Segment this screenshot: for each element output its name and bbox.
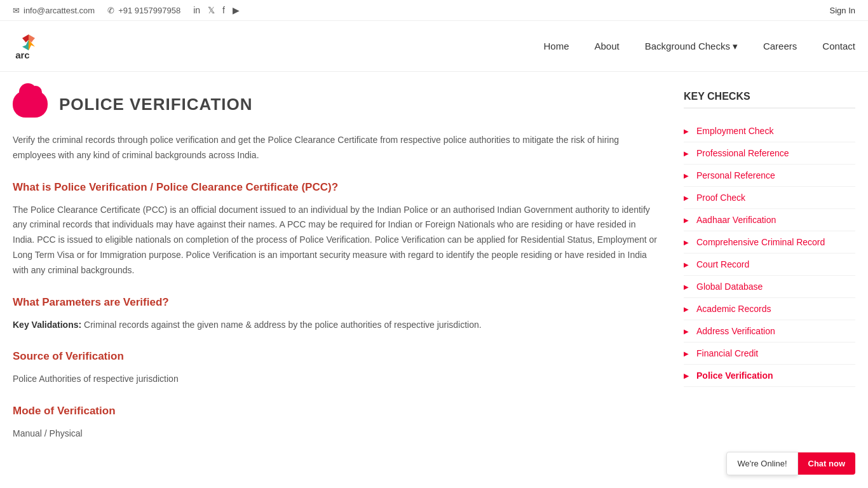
topbar-email: ✉ info@arcattest.com	[13, 6, 95, 15]
chevron-right-icon: ▶	[684, 350, 689, 357]
sidebar-item-label: Aadhaar Verification	[696, 215, 776, 225]
nav-background-checks[interactable]: Background Checks ▾	[645, 41, 738, 52]
cloud-icon	[13, 91, 48, 118]
twitter-icon[interactable]: 𝕏	[208, 5, 215, 15]
nav-about[interactable]: About	[594, 41, 619, 51]
chevron-right-icon: ▶	[684, 283, 689, 290]
sidebar-item[interactable]: ▶Professional Reference	[684, 142, 855, 165]
chevron-right-icon: ▶	[684, 150, 689, 157]
sidebar-item[interactable]: ▶Personal Reference	[684, 165, 855, 187]
sidebar-item-label: Proof Check	[696, 193, 745, 203]
sidebar: KEY CHECKS ▶Employment Check▶Professiona…	[684, 91, 855, 459]
sidebar-item-label: Court Record	[696, 259, 749, 269]
sidebar-item[interactable]: ▶Global Database	[684, 276, 855, 298]
sidebar-item[interactable]: ▶Academic Records	[684, 298, 855, 320]
topbar-left: ✉ info@arcattest.com ✆ +91 9157997958 in…	[13, 5, 240, 15]
chevron-right-icon: ▶	[684, 261, 689, 268]
section1-heading: What is Police Verification / Police Cle…	[13, 181, 658, 194]
intro-text: Verify the criminal records through poli…	[13, 133, 658, 163]
email-icon: ✉	[13, 6, 20, 15]
key-validations-text: Criminal records against the given name …	[84, 320, 482, 330]
section1-body: The Police Clearance Certificate (PCC) i…	[13, 203, 658, 278]
sidebar-item-label: Professional Reference	[696, 148, 789, 158]
topbar-phone: ✆ +91 9157997958	[107, 6, 180, 15]
sidebar-item[interactable]: ▶Employment Check	[684, 120, 855, 142]
svg-text:arc: arc	[15, 49, 30, 60]
page-title-row: POLICE VERIFICATION	[13, 91, 658, 118]
page-title: POLICE VERIFICATION	[59, 95, 253, 114]
section3-body: Police Authorities of respective jurisdi…	[13, 372, 658, 387]
sidebar-item-label: Employment Check	[696, 126, 773, 136]
chevron-right-icon: ▶	[684, 306, 689, 313]
logo[interactable]: arc	[13, 30, 44, 62]
main-container: POLICE VERIFICATION Verify the criminal …	[0, 72, 868, 478]
chevron-down-icon: ▾	[733, 41, 738, 52]
nav-contact[interactable]: Contact	[822, 41, 855, 51]
chevron-right-icon: ▶	[684, 172, 689, 179]
nav-careers[interactable]: Careers	[763, 41, 797, 51]
signin-link[interactable]: Sign In	[830, 6, 855, 15]
svg-marker-3	[22, 34, 29, 43]
section2-heading: What Parameters are Verified?	[13, 296, 658, 309]
sidebar-item-label: Financial Credit	[696, 348, 758, 358]
sidebar-items: ▶Employment Check▶Professional Reference…	[684, 120, 855, 387]
sidebar-item-label: Address Verification	[696, 326, 775, 336]
social-links: in 𝕏 f ▶	[193, 5, 240, 15]
section4-body: Manual / Physical	[13, 426, 658, 442]
sidebar-item[interactable]: ▶Proof Check	[684, 187, 855, 209]
youtube-icon[interactable]: ▶	[233, 5, 240, 15]
topbar: ✉ info@arcattest.com ✆ +91 9157997958 in…	[0, 0, 868, 21]
sidebar-item-label: Personal Reference	[696, 170, 775, 180]
phone-icon: ✆	[107, 6, 114, 15]
section2-body: Key Validations: Criminal records agains…	[13, 318, 658, 333]
navbar: arc Home About Background Checks ▾ Caree…	[0, 21, 868, 72]
sidebar-item-label: Police Verification	[696, 370, 773, 381]
sidebar-item[interactable]: ▶Police Verification	[684, 365, 855, 387]
key-validations-label: Key Validations:	[13, 320, 81, 330]
sidebar-item-label: Global Database	[696, 281, 763, 292]
sidebar-item[interactable]: ▶Comprehensive Criminal Record	[684, 231, 855, 254]
chevron-right-icon: ▶	[684, 194, 689, 201]
sidebar-item-label: Academic Records	[696, 304, 771, 314]
chevron-right-icon: ▶	[684, 372, 689, 379]
chevron-right-icon: ▶	[684, 217, 689, 224]
sidebar-item[interactable]: ▶Address Verification	[684, 320, 855, 342]
sidebar-item[interactable]: ▶Aadhaar Verification	[684, 209, 855, 231]
chevron-right-icon: ▶	[684, 239, 689, 246]
chat-widget: We're Online! Chat now	[726, 452, 855, 475]
chat-button[interactable]: Chat now	[798, 452, 856, 475]
sidebar-item[interactable]: ▶Financial Credit	[684, 342, 855, 365]
logo-svg: arc	[13, 30, 44, 62]
chevron-right-icon: ▶	[684, 328, 689, 335]
sidebar-item-label: Comprehensive Criminal Record	[696, 237, 825, 247]
section3-heading: Source of Verification	[13, 350, 658, 363]
chat-label: We're Online!	[726, 452, 797, 475]
sidebar-title: KEY CHECKS	[684, 91, 855, 109]
section4-heading: Mode of Verification	[13, 405, 658, 417]
chevron-right-icon: ▶	[684, 128, 689, 135]
nav-links: Home About Background Checks ▾ Careers C…	[543, 41, 855, 52]
nav-home[interactable]: Home	[543, 41, 569, 51]
content-area: POLICE VERIFICATION Verify the criminal …	[13, 91, 665, 459]
facebook-icon[interactable]: f	[222, 5, 225, 15]
linkedin-icon[interactable]: in	[193, 5, 200, 15]
sidebar-item[interactable]: ▶Court Record	[684, 254, 855, 276]
